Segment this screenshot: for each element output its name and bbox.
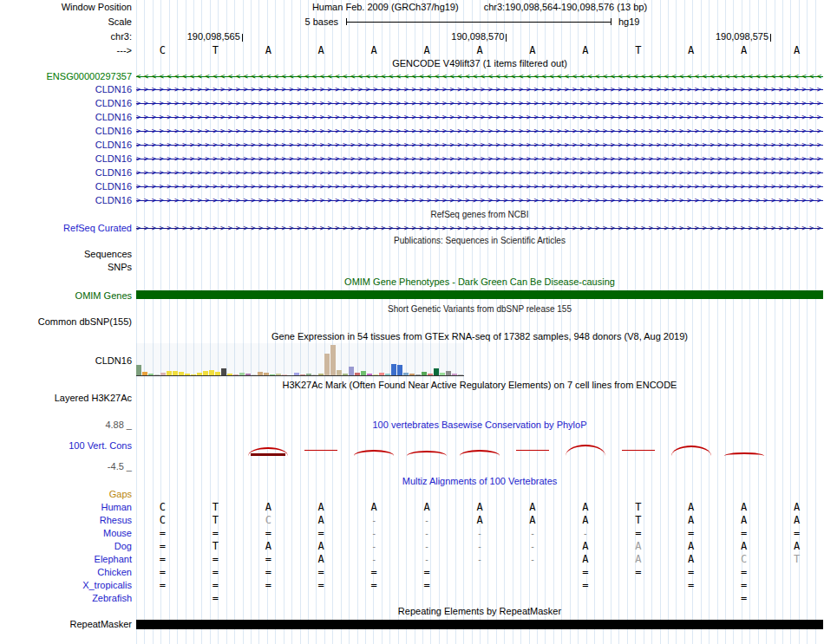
gtex-tissue-bar[interactable] <box>203 371 208 375</box>
gtex-tissue-bar[interactable] <box>428 374 433 375</box>
gencode-item-label[interactable]: ENSG00000297357 <box>0 70 132 83</box>
track-label-snps[interactable]: SNPs <box>0 261 132 273</box>
omim-gene-bar[interactable] <box>136 290 823 299</box>
gtex-tissue-bar[interactable] <box>391 364 396 375</box>
gtex-tissue-bar[interactable] <box>330 345 336 375</box>
gtex-tissue-bar[interactable] <box>446 371 451 375</box>
gencode-item-label[interactable]: CLDN16 <box>0 194 132 207</box>
track-label-100-vert-cons[interactable]: 100 Vert. Cons <box>0 439 132 452</box>
gtex-tissue-bar[interactable] <box>415 374 421 375</box>
gtex-tissue-bar[interactable] <box>227 374 232 375</box>
track-label-refseq-curated[interactable]: RefSeq Curated <box>0 222 132 234</box>
gtex-tissue-bar[interactable] <box>367 374 372 375</box>
track-label-repeatmasker[interactable]: RepeatMasker <box>0 618 132 631</box>
gtex-tissue-bar[interactable] <box>403 373 409 375</box>
gene-strand-arrows[interactable]: >>>>>>>>>>>>>>>>>>>>>>>>>>>>>>>>>>>>>>>>… <box>136 153 823 166</box>
gtex-tissue-bar[interactable] <box>306 374 311 375</box>
gtex-tissue-bar[interactable] <box>221 368 226 375</box>
gene-strand-arrows[interactable]: >>>>>>>>>>>>>>>>>>>>>>>>>>>>>>>>>>>>>>>>… <box>136 111 823 124</box>
gtex-tissue-bar[interactable] <box>191 374 196 375</box>
gtex-tissue-bar[interactable] <box>179 372 184 375</box>
species-label-elephant[interactable]: Elephant <box>0 553 132 566</box>
gencode-item-label[interactable]: CLDN16 <box>0 125 132 138</box>
gtex-tissue-bar[interactable] <box>294 373 299 375</box>
gene-strand-arrows[interactable]: >>>>>>>>>>>>>>>>>>>>>>>>>>>>>>>>>>>>>>>>… <box>136 180 823 193</box>
gtex-tissue-bar[interactable] <box>397 365 402 375</box>
species-label-x_tropicalis[interactable]: X_tropicalis <box>0 579 132 592</box>
conservation-peak[interactable] <box>724 452 764 456</box>
gtex-tissue-bar[interactable] <box>173 371 178 375</box>
species-label-mouse[interactable]: Mouse <box>0 527 132 540</box>
conservation-peak[interactable] <box>304 450 337 451</box>
gene-strand-arrows[interactable]: >>>>>>>>>>>>>>>>>>>>>>>>>>>>>>>>>>>>>>>>… <box>136 139 823 152</box>
gene-strand-arrows[interactable]: >>>>>>>>>>>>>>>>>>>>>>>>>>>>>>>>>>>>>>>>… <box>136 166 823 179</box>
gtex-tissue-bar[interactable] <box>136 365 141 375</box>
species-label-zebrafish[interactable]: Zebrafish <box>0 592 132 605</box>
gencode-item-label[interactable]: CLDN16 <box>0 180 132 193</box>
gtex-tissue-bar[interactable] <box>361 371 366 375</box>
gencode-item-label[interactable]: CLDN16 <box>0 153 132 166</box>
gencode-item-label[interactable]: CLDN16 <box>0 97 132 110</box>
gtex-tissue-bar[interactable] <box>282 374 287 375</box>
gene-strand-arrows[interactable]: <<<<<<<<<<<<<<<<<<<<<<<<<<<<<<<<<<<<<<<<… <box>136 70 823 83</box>
gtex-tissue-bar[interactable] <box>434 368 439 375</box>
gtex-expression-chart[interactable] <box>136 343 464 378</box>
conservation-peak[interactable] <box>407 451 447 456</box>
conservation-peak[interactable] <box>566 445 605 456</box>
gtex-tissue-bar[interactable] <box>343 374 348 375</box>
conservation-peak[interactable] <box>460 450 500 456</box>
track-label-sequences[interactable]: Sequences <box>0 248 132 260</box>
track-label-common-dbsnp[interactable]: Common dbSNP(155) <box>0 315 132 328</box>
conservation-wiggle[interactable] <box>136 431 823 472</box>
conservation-peak[interactable] <box>516 450 549 451</box>
gtex-tissue-bar[interactable] <box>349 367 354 375</box>
track-label-gaps[interactable]: Gaps <box>0 488 132 500</box>
conservation-peak[interactable] <box>622 450 655 451</box>
gtex-tissue-bar[interactable] <box>452 374 457 375</box>
track-label-omim-genes[interactable]: OMIM Genes <box>0 289 132 302</box>
gencode-item-label[interactable]: CLDN16 <box>0 139 132 152</box>
gtex-tissue-bar[interactable] <box>270 374 275 375</box>
species-label-dog[interactable]: Dog <box>0 540 132 553</box>
gene-strand-arrows[interactable]: >>>>>>>>>>>>>>>>>>>>>>>>>>>>>>>>>>>>>>>>… <box>136 83 823 96</box>
species-label-human[interactable]: Human <box>0 501 132 514</box>
gtex-tissue-bar[interactable] <box>258 372 263 375</box>
gtex-gene-label[interactable]: CLDN16 <box>0 343 132 378</box>
gtex-tissue-bar[interactable] <box>252 374 257 375</box>
gtex-tissue-bar[interactable] <box>373 374 378 375</box>
gene-strand-arrows[interactable]: >>>>>>>>>>>>>>>>>>>>>>>>>>>>>>>>>>>>>>>>… <box>136 194 823 207</box>
gtex-tissue-bar[interactable] <box>264 373 269 375</box>
gtex-tissue-bar[interactable] <box>185 374 190 375</box>
gtex-tissue-bar[interactable] <box>318 374 324 375</box>
gtex-tissue-bar[interactable] <box>355 373 360 375</box>
gtex-tissue-bar[interactable] <box>409 374 415 375</box>
refseq-gene-line[interactable]: >>>>>>>>>>>>>>>>>>>>>>>>>>>>>>>>>>>>>>>>… <box>136 222 823 234</box>
gtex-tissue-bar[interactable] <box>148 374 154 375</box>
gtex-tissue-bar[interactable] <box>239 373 245 375</box>
track-label-layered-h3k27ac[interactable]: Layered H3K27Ac <box>0 392 132 405</box>
gencode-item-label[interactable]: CLDN16 <box>0 166 132 179</box>
gtex-tissue-bar[interactable] <box>245 374 251 375</box>
species-label-rhesus[interactable]: Rhesus <box>0 514 132 527</box>
gtex-tissue-bar[interactable] <box>300 374 305 375</box>
gtex-tissue-bar[interactable] <box>160 373 166 375</box>
gencode-item-label[interactable]: CLDN16 <box>0 111 132 124</box>
gtex-tissue-bar[interactable] <box>379 373 384 375</box>
gene-strand-arrows[interactable]: >>>>>>>>>>>>>>>>>>>>>>>>>>>>>>>>>>>>>>>>… <box>136 97 823 110</box>
gtex-tissue-bar[interactable] <box>276 374 281 375</box>
gtex-tissue-bar[interactable] <box>142 372 147 375</box>
gtex-tissue-bar[interactable] <box>385 374 390 375</box>
gtex-tissue-bar[interactable] <box>197 373 202 375</box>
gtex-tissue-bar[interactable] <box>440 373 445 375</box>
gtex-tissue-bar[interactable] <box>312 374 317 375</box>
conservation-peak[interactable] <box>671 446 711 456</box>
gtex-tissue-bar[interactable] <box>167 371 172 375</box>
gtex-tissue-bar[interactable] <box>154 374 160 375</box>
gene-strand-arrows[interactable]: >>>>>>>>>>>>>>>>>>>>>>>>>>>>>>>>>>>>>>>>… <box>136 125 823 138</box>
repeat-element-bar[interactable] <box>136 620 823 629</box>
species-label-chicken[interactable]: Chicken <box>0 566 132 579</box>
gtex-tissue-bar[interactable] <box>458 374 463 375</box>
gtex-tissue-bar[interactable] <box>324 354 330 375</box>
gencode-item-label[interactable]: CLDN16 <box>0 83 132 96</box>
gtex-tissue-bar[interactable] <box>209 370 214 375</box>
